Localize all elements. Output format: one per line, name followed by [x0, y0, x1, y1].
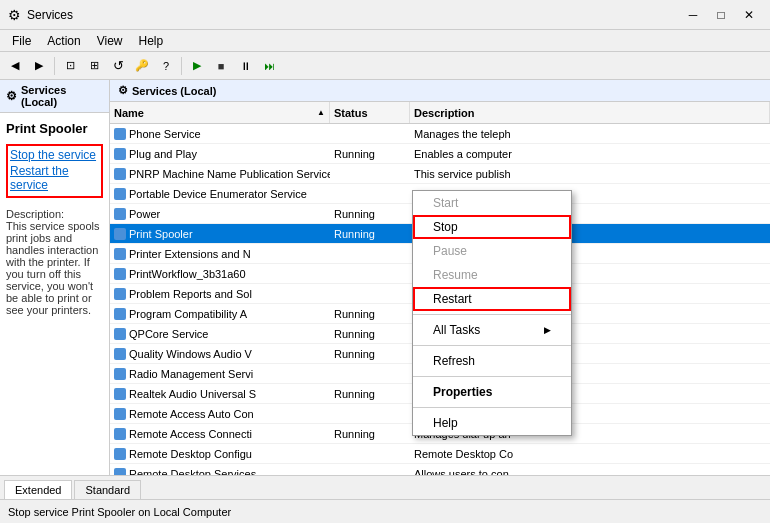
column-header-status[interactable]: Status: [330, 102, 410, 123]
context-menu-item-refresh[interactable]: Refresh: [413, 349, 571, 373]
service-name-cell: Problem Reports and Sol: [110, 284, 330, 303]
service-name-cell: Power: [110, 204, 330, 223]
toolbar: ◀ ▶ ⊡ ⊞ ↺ 🔑 ? ▶ ■ ⏸ ⏭: [0, 52, 770, 80]
toolbar-start-service[interactable]: ▶: [186, 55, 208, 77]
service-name-cell: Phone Service: [110, 124, 330, 143]
main-content: ⚙ Services (Local) Print Spooler Stop th…: [0, 80, 770, 475]
service-name-cell: Plug and Play: [110, 144, 330, 163]
column-header-desc[interactable]: Description: [410, 102, 770, 123]
service-status-cell: Running: [330, 384, 410, 403]
table-row[interactable]: Plug and PlayRunningEnables a computer: [110, 144, 770, 164]
service-icon: [114, 468, 126, 476]
service-status-cell: [330, 124, 410, 143]
context-menu-separator: [413, 314, 571, 315]
sort-arrow: ▲: [317, 108, 325, 117]
toolbar-pause-service[interactable]: ⏸: [234, 55, 256, 77]
bottom-tabs: Extended Standard: [0, 475, 770, 499]
context-menu-separator: [413, 407, 571, 408]
service-name-cell: Portable Device Enumerator Service: [110, 184, 330, 203]
left-panel-content: Print Spooler Stop the service Restart t…: [0, 113, 109, 324]
service-status-cell: Running: [330, 304, 410, 323]
service-name-cell: Remote Access Connecti: [110, 424, 330, 443]
context-menu-item-properties[interactable]: Properties: [413, 380, 571, 404]
toolbar-refresh[interactable]: ↺: [107, 55, 129, 77]
service-desc-cell: Enables a computer: [410, 144, 770, 163]
services-panel: ⚙ Services (Local) Name ▲ Status Descrip…: [110, 80, 770, 475]
service-status-cell: Running: [330, 144, 410, 163]
services-panel-icon: ⚙: [118, 84, 128, 97]
context-menu-item-help[interactable]: Help: [413, 411, 571, 435]
column-header-name[interactable]: Name ▲: [110, 102, 330, 123]
toolbar-back[interactable]: ◀: [4, 55, 26, 77]
service-icon: [114, 428, 126, 440]
context-menu-item-pause: Pause: [413, 239, 571, 263]
toolbar-help[interactable]: ?: [155, 55, 177, 77]
service-icon: [114, 148, 126, 160]
table-row[interactable]: PNRP Machine Name Publication ServiceThi…: [110, 164, 770, 184]
service-icon: [114, 128, 126, 140]
menu-action[interactable]: Action: [39, 32, 88, 50]
service-name-cell: Printer Extensions and N: [110, 244, 330, 263]
service-icon: [114, 268, 126, 280]
service-status-cell: [330, 184, 410, 203]
toolbar-restart-service[interactable]: ⏭: [258, 55, 280, 77]
context-menu-item-restart[interactable]: Restart: [413, 287, 571, 311]
menu-bar: File Action View Help: [0, 30, 770, 52]
left-panel: ⚙ Services (Local) Print Spooler Stop th…: [0, 80, 110, 475]
context-menu-item-all-tasks[interactable]: All Tasks▶: [413, 318, 571, 342]
title-bar-icon: ⚙: [8, 7, 21, 23]
context-menu-item-stop[interactable]: Stop: [413, 215, 571, 239]
service-status-cell: [330, 284, 410, 303]
service-status-cell: [330, 444, 410, 463]
toolbar-show-hide[interactable]: ⊡: [59, 55, 81, 77]
menu-file[interactable]: File: [4, 32, 39, 50]
service-status-cell: [330, 364, 410, 383]
service-desc-cell: Allows users to con: [410, 464, 770, 475]
tab-standard[interactable]: Standard: [74, 480, 141, 499]
service-icon: [114, 228, 126, 240]
toolbar-stop-service[interactable]: ■: [210, 55, 232, 77]
service-icon: [114, 188, 126, 200]
service-status-cell: Running: [330, 344, 410, 363]
stop-service-link[interactable]: Stop the service: [10, 148, 99, 162]
service-status-cell: [330, 164, 410, 183]
service-desc-cell: This service publish: [410, 164, 770, 183]
title-bar-title: Services: [27, 8, 680, 22]
menu-help[interactable]: Help: [131, 32, 172, 50]
toolbar-forward[interactable]: ▶: [28, 55, 50, 77]
service-name-cell: Program Compatibility A: [110, 304, 330, 323]
service-icon: [114, 308, 126, 320]
context-menu-separator: [413, 376, 571, 377]
service-name-cell: PNRP Machine Name Publication Service: [110, 164, 330, 183]
service-icon: [114, 248, 126, 260]
service-icon: [114, 448, 126, 460]
maximize-button[interactable]: □: [708, 5, 734, 25]
service-icon: [114, 168, 126, 180]
status-bar: Stop service Print Spooler on Local Comp…: [0, 499, 770, 523]
submenu-arrow-icon: ▶: [544, 325, 551, 335]
table-row[interactable]: Remote Desktop ConfiguRemote Desktop Co: [110, 444, 770, 464]
service-name-cell: Remote Desktop Services: [110, 464, 330, 475]
service-name-cell: PrintWorkflow_3b31a60: [110, 264, 330, 283]
context-menu-separator: [413, 345, 571, 346]
close-button[interactable]: ✕: [736, 5, 762, 25]
toolbar-new-window[interactable]: ⊞: [83, 55, 105, 77]
tab-extended[interactable]: Extended: [4, 480, 72, 499]
selected-service-title: Print Spooler: [6, 121, 103, 136]
service-icon: [114, 348, 126, 360]
toolbar-export[interactable]: 🔑: [131, 55, 153, 77]
service-name-cell: Remote Desktop Configu: [110, 444, 330, 463]
service-icon: [114, 288, 126, 300]
left-panel-header: ⚙ Services (Local): [0, 80, 109, 113]
table-row[interactable]: Phone ServiceManages the teleph: [110, 124, 770, 144]
restart-service-link[interactable]: Restart the service: [10, 164, 99, 192]
context-menu-item-start: Start: [413, 191, 571, 215]
minimize-button[interactable]: ─: [680, 5, 706, 25]
service-name-cell: Quality Windows Audio V: [110, 344, 330, 363]
service-name-cell: Radio Management Servi: [110, 364, 330, 383]
service-status-cell: Running: [330, 324, 410, 343]
menu-view[interactable]: View: [89, 32, 131, 50]
table-row[interactable]: Remote Desktop ServicesAllows users to c…: [110, 464, 770, 475]
service-status-cell: Running: [330, 204, 410, 223]
service-desc-cell: Manages the teleph: [410, 124, 770, 143]
